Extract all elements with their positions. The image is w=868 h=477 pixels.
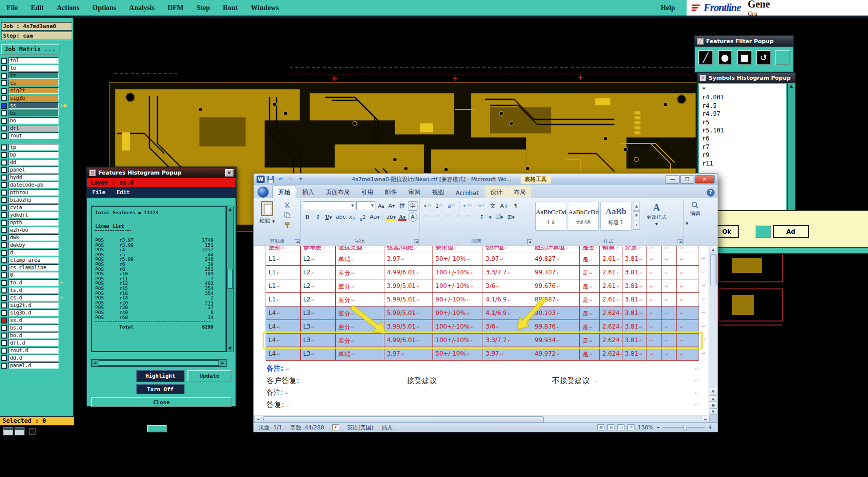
scroll-thumb[interactable] bbox=[99, 360, 219, 366]
layer-row[interactable]: dwkby bbox=[0, 241, 73, 249]
table-cell[interactable]: 3/6 bbox=[483, 279, 532, 293]
filter-arc-tool-icon[interactable]: ↺ bbox=[756, 50, 771, 65]
character-border-button[interactable]: 字 bbox=[408, 201, 417, 211]
ribbon-tab[interactable]: 设计 bbox=[485, 186, 508, 198]
histogram-hscrollbar[interactable]: ◄ ► bbox=[91, 359, 227, 367]
table-cell[interactable]: L3 bbox=[301, 334, 336, 347]
table-cell[interactable]: 90+/-10% bbox=[433, 306, 483, 320]
table-cell[interactable]: 90+/-10% bbox=[433, 293, 483, 306]
align-right-button[interactable]: ≡ bbox=[443, 212, 453, 222]
window-icon[interactable] bbox=[15, 427, 25, 435]
menu-item[interactable]: Windows bbox=[244, 4, 285, 12]
table-cell[interactable]: 3.81 bbox=[622, 266, 646, 279]
table-cell[interactable]: 99.707 bbox=[532, 266, 580, 279]
layer-visibility-checkbox[interactable] bbox=[1, 175, 7, 181]
layer-name[interactable]: cs.d bbox=[9, 294, 59, 301]
layer-visibility-checkbox[interactable] bbox=[1, 310, 7, 316]
borders-button[interactable]: ⊞▼ bbox=[506, 212, 516, 222]
copy-button[interactable] bbox=[282, 212, 292, 221]
histogram-row[interactable]: POS r6 10 bbox=[95, 262, 224, 267]
histogram-row[interactable]: POS r60 34 bbox=[95, 315, 224, 320]
table-cell[interactable]: 2.61 bbox=[600, 266, 622, 279]
table-cell[interactable]: 3.81 bbox=[622, 347, 646, 361]
asian-layout-button[interactable]: 文 bbox=[488, 201, 498, 211]
increase-indent-button[interactable]: →≡ bbox=[475, 201, 487, 211]
layer-row[interactable]: tp bbox=[0, 143, 73, 151]
style-gallery-item[interactable]: AaBbCcDd 无间隔 bbox=[568, 202, 599, 231]
layer-row[interactable]: pthrou bbox=[0, 189, 73, 196]
font-name-combobox[interactable]: ▼ bbox=[303, 201, 355, 210]
symbol-item[interactable]: r4.97 bbox=[702, 110, 783, 118]
layer-row[interactable]: npth bbox=[0, 219, 73, 226]
layer-visibility-checkbox[interactable] bbox=[1, 125, 7, 131]
ribbon-tab[interactable]: 邮件 bbox=[379, 186, 402, 198]
layer-visibility-checkbox[interactable] bbox=[1, 58, 7, 64]
ok-button[interactable]: Ok bbox=[715, 225, 739, 238]
layer-name[interactable]: panel bbox=[9, 167, 59, 173]
note-label[interactable]: 备注: bbox=[267, 388, 283, 396]
symbol-item[interactable]: r4.5 bbox=[702, 102, 783, 110]
table-cell[interactable] bbox=[677, 347, 699, 361]
histogram-row[interactable]: POS r8 352 bbox=[95, 267, 224, 272]
table-cell[interactable]: 90.103 bbox=[532, 306, 580, 320]
layer-name[interactable]: bs bbox=[9, 110, 59, 116]
table-header-cell[interactable]: 参考层 bbox=[301, 246, 336, 252]
layer-name[interactable]: bo.d bbox=[9, 332, 59, 339]
table-cell[interactable]: 2.624 bbox=[600, 320, 622, 334]
table-cell[interactable]: 3.97 bbox=[384, 347, 433, 361]
table-cell[interactable] bbox=[646, 347, 662, 361]
table-cell[interactable]: 89.887 bbox=[532, 293, 580, 306]
layer-row[interactable]: 0 bbox=[0, 271, 73, 279]
layer-row[interactable]: dd bbox=[0, 158, 73, 166]
layer-name[interactable]: dwkby bbox=[9, 242, 59, 248]
change-styles-button[interactable]: A 更改样式 ▼ bbox=[643, 202, 670, 226]
table-cell[interactable]: L4 bbox=[266, 334, 301, 347]
enclose-characters-button[interactable]: A bbox=[408, 212, 417, 222]
document-hscrollbar[interactable]: ◄ ► bbox=[254, 415, 710, 423]
layer-visibility-checkbox[interactable] bbox=[1, 348, 7, 354]
page-indicator[interactable]: 页面: 1/1 bbox=[259, 424, 282, 431]
table-cell[interactable]: 是 bbox=[580, 293, 600, 306]
table-cell[interactable] bbox=[662, 279, 677, 293]
table-cell[interactable] bbox=[646, 252, 662, 266]
layer-name[interactable]: panel.d bbox=[9, 362, 59, 369]
layer-name[interactable]: ss bbox=[9, 102, 59, 109]
styles-dialog-launcher-icon[interactable]: ◢ bbox=[678, 239, 683, 244]
table-cell[interactable] bbox=[646, 266, 662, 279]
ribbon-tab[interactable]: 视图 bbox=[426, 186, 450, 198]
word-titlebar[interactable]: W ↶ ↷ ▼ 4s7md1wna0-阻抗设计(New).rtf [兼容模式] … bbox=[254, 174, 718, 185]
histogram-row[interactable]: POS r3.97 1749 bbox=[95, 238, 224, 243]
change-case-button[interactable]: Aa▼ bbox=[368, 212, 380, 222]
update-button[interactable]: Update bbox=[187, 370, 232, 382]
table-cell[interactable]: 99.676 bbox=[532, 279, 580, 293]
table-cell[interactable] bbox=[677, 279, 699, 293]
table-cell[interactable]: 2.61 bbox=[600, 252, 622, 266]
table-cell[interactable]: 50+/-10% bbox=[433, 347, 483, 361]
layer-visibility-checkbox[interactable] bbox=[1, 182, 7, 188]
layer-name[interactable]: drl bbox=[9, 125, 59, 131]
styles-scroll-up-icon[interactable]: ▲ bbox=[633, 202, 640, 211]
symbol-item[interactable]: r6 bbox=[702, 134, 783, 142]
histogram-row[interactable]: POS r12 403 bbox=[95, 281, 224, 286]
layer-visibility-checkbox[interactable] bbox=[1, 160, 7, 166]
accept-option[interactable]: 接受建议 bbox=[407, 376, 437, 385]
layer-visibility-checkbox[interactable] bbox=[1, 250, 7, 256]
turn-off-button[interactable]: Turn Off bbox=[136, 384, 184, 394]
layer-row[interactable]: panel.d bbox=[0, 362, 73, 369]
layer-row[interactable]: sig2t.d bbox=[0, 301, 73, 309]
layer-name[interactable]: rout.d bbox=[9, 347, 59, 354]
table-cell[interactable]: L1 bbox=[266, 279, 301, 293]
table-cell[interactable]: L1 bbox=[266, 252, 301, 266]
menu-item[interactable]: Options bbox=[86, 4, 122, 12]
layer-visibility-checkbox[interactable] bbox=[1, 205, 7, 211]
decrease-indent-button[interactable]: ←≡ bbox=[462, 201, 474, 211]
table-cell[interactable]: 3.99/5.01 bbox=[384, 320, 433, 334]
font-color-button[interactable]: A▼ bbox=[397, 212, 407, 222]
layer-visibility-checkbox[interactable] bbox=[1, 110, 7, 116]
table-cell[interactable]: 2.61 bbox=[600, 293, 622, 306]
filter-line-tool-icon[interactable]: ╱ bbox=[698, 50, 713, 65]
table-cell[interactable]: 是 bbox=[580, 334, 600, 347]
layer-row[interactable]: ss ★● bbox=[0, 102, 73, 109]
table-cell[interactable]: 2.624 bbox=[600, 347, 622, 361]
layer-name[interactable]: rout bbox=[9, 132, 59, 139]
